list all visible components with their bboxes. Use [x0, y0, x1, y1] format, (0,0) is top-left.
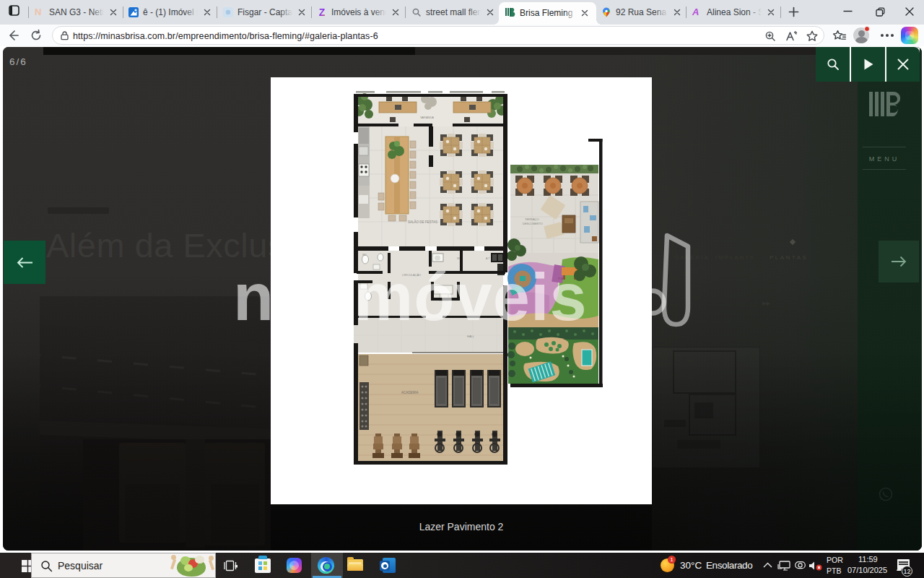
- svg-text:VARANDA: VARANDA: [420, 116, 434, 119]
- svg-text:WC: WC: [362, 254, 367, 256]
- svg-text:SALÃO DE FESTAS: SALÃO DE FESTAS: [408, 220, 437, 224]
- svg-text:ACADEMIA: ACADEMIA: [401, 391, 419, 394]
- svg-text:DESCOBERTO: DESCOBERTO: [523, 222, 543, 225]
- svg-text:TERRAÇO: TERRAÇO: [525, 217, 539, 221]
